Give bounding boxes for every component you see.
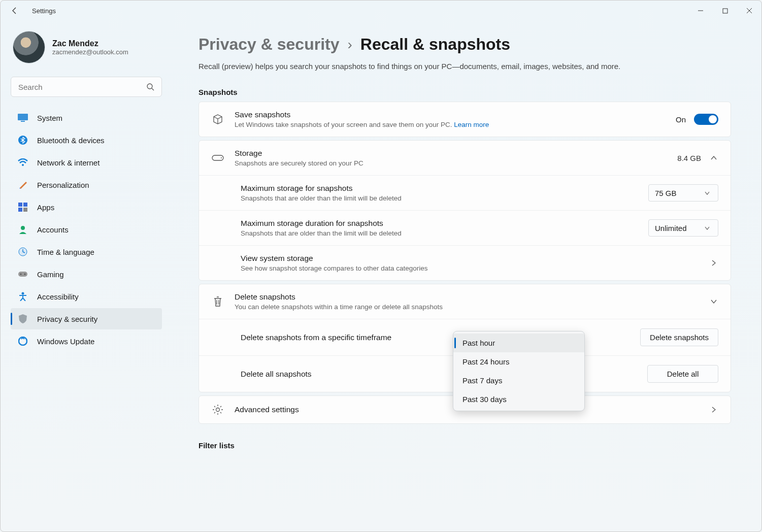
svg-rect-5 (21, 121, 25, 122)
timeframe-dropdown[interactable]: Past hour Past 24 hours Past 7 days Past… (453, 331, 585, 411)
sidebar-item-label: Personalization (37, 181, 89, 189)
max-storage-subtitle: Snapshots that are older than the limit … (241, 194, 638, 202)
nav-list: System Bluetooth & devices Network & int… (11, 107, 162, 352)
breadcrumb-parent[interactable]: Privacy & security (198, 35, 340, 54)
profile-name: Zac Mendez (52, 39, 128, 48)
back-button[interactable] (11, 7, 21, 15)
sidebar-item-label: Gaming (37, 270, 64, 279)
delete-snapshots-row[interactable]: Delete snapshots You can delete snapshot… (199, 284, 731, 319)
search-input[interactable] (18, 83, 146, 91)
update-icon (18, 336, 28, 346)
delete-all-button[interactable]: Delete all (647, 365, 718, 383)
section-snapshots-title: Snapshots (198, 88, 731, 96)
sidebar-item-privacy[interactable]: Privacy & security (11, 308, 162, 329)
profile-block[interactable]: Zac Mendez zacmendez@outlook.com (11, 31, 162, 63)
delete-snapshots-button[interactable]: Delete snapshots (640, 328, 718, 346)
svg-point-15 (20, 274, 22, 275)
gear-icon (211, 404, 224, 415)
sidebar-item-accounts[interactable]: Accounts (11, 219, 162, 240)
breadcrumb: Privacy & security › Recall & snapshots (198, 35, 731, 54)
dropdown-option[interactable]: Past 30 days (453, 390, 584, 409)
max-duration-select[interactable]: Unlimited (648, 219, 718, 237)
titlebar: Settings (1, 1, 761, 21)
profile-email: zacmendez@outlook.com (52, 48, 128, 56)
sidebar-item-time[interactable]: Time & language (11, 241, 162, 262)
sidebar-item-accessibility[interactable]: Accessibility (11, 286, 162, 307)
svg-point-12 (21, 226, 25, 230)
window-title: Settings (32, 7, 56, 15)
storage-subtitle: Snapshots are securely stored on your PC (235, 159, 667, 167)
svg-point-16 (24, 274, 26, 275)
sidebar-item-label: Accounts (37, 225, 69, 234)
sidebar-item-bluetooth[interactable]: Bluetooth & devices (11, 129, 162, 151)
sidebar-item-system[interactable]: System (11, 107, 162, 128)
svg-point-7 (22, 164, 24, 166)
maximize-button[interactable] (713, 1, 737, 21)
view-system-storage-title: View system storage (241, 254, 699, 263)
dropdown-option[interactable]: Past hour (453, 334, 584, 352)
sidebar: Zac Mendez zacmendez@outlook.com System … (1, 21, 168, 531)
chevron-down-icon (703, 223, 712, 232)
save-snapshots-toggle[interactable] (694, 114, 718, 125)
trash-icon (211, 296, 224, 307)
sidebar-item-apps[interactable]: Apps (11, 196, 162, 218)
view-system-storage-subtitle: See how snapshot storage compares to oth… (241, 264, 699, 272)
sidebar-item-gaming[interactable]: Gaming (11, 263, 162, 285)
chevron-up-icon (709, 153, 718, 162)
accessibility-icon (18, 291, 28, 302)
bluetooth-icon (18, 135, 28, 145)
sidebar-item-personalization[interactable]: Personalization (11, 174, 162, 195)
section-filter-title: Filter lists (198, 441, 731, 450)
save-snapshots-title: Save snapshots (235, 110, 666, 119)
delete-snapshots-subtitle: You can delete snapshots within a time r… (235, 303, 699, 311)
brush-icon (18, 180, 28, 190)
dropdown-option[interactable]: Past 24 hours (453, 352, 584, 371)
clock-icon (18, 247, 28, 257)
learn-more-link[interactable]: Learn more (454, 121, 489, 128)
chevron-right-icon (709, 258, 718, 268)
svg-rect-11 (23, 208, 27, 212)
shield-icon (18, 314, 28, 324)
dropdown-option[interactable]: Past 7 days (453, 371, 584, 390)
chevron-down-icon (709, 297, 718, 306)
search-box[interactable] (11, 77, 162, 97)
sidebar-item-label: Bluetooth & devices (37, 136, 105, 145)
view-system-storage-row[interactable]: View system storage See how snapshot sto… (199, 245, 731, 280)
save-snapshots-card: Save snapshots Let Windows take snapshot… (198, 102, 731, 137)
svg-point-21 (216, 408, 220, 412)
max-duration-row: Maximum storage duration for snapshots S… (199, 210, 731, 245)
svg-rect-4 (18, 114, 28, 120)
search-icon (146, 83, 154, 91)
svg-line-3 (152, 88, 154, 90)
person-icon (18, 224, 28, 235)
sidebar-item-label: Network & internet (37, 158, 100, 167)
max-storage-title: Maximum storage for snapshots (241, 184, 638, 193)
sidebar-item-label: Time & language (37, 248, 94, 256)
max-storage-value: 75 GB (655, 189, 677, 197)
svg-rect-1 (723, 9, 727, 13)
storage-row[interactable]: Storage Snapshots are securely stored on… (199, 141, 731, 175)
page-title: Recall & snapshots (360, 35, 510, 54)
delete-snapshots-card: Delete snapshots You can delete snapshot… (198, 284, 731, 392)
max-storage-row: Maximum storage for snapshots Snapshots … (199, 175, 731, 210)
sidebar-item-label: Apps (37, 203, 54, 212)
close-button[interactable] (737, 1, 761, 21)
storage-title: Storage (235, 149, 667, 158)
storage-card: Storage Snapshots are securely stored on… (198, 140, 731, 281)
svg-point-2 (147, 84, 152, 89)
minimize-button[interactable] (688, 1, 713, 21)
sidebar-item-label: System (37, 114, 62, 122)
sidebar-item-update[interactable]: Windows Update (11, 330, 162, 352)
svg-rect-10 (18, 208, 22, 212)
main-content: Privacy & security › Recall & snapshots … (168, 21, 761, 531)
chevron-right-icon: › (348, 37, 352, 53)
max-storage-select[interactable]: 75 GB (648, 184, 718, 202)
svg-point-17 (22, 292, 24, 295)
svg-point-20 (221, 157, 222, 158)
sidebar-item-label: Windows Update (37, 337, 94, 346)
sidebar-item-network[interactable]: Network & internet (11, 152, 162, 173)
storage-size: 8.4 GB (677, 154, 701, 162)
storage-icon (211, 155, 224, 161)
svg-rect-14 (18, 272, 27, 277)
chevron-down-icon (703, 188, 712, 197)
